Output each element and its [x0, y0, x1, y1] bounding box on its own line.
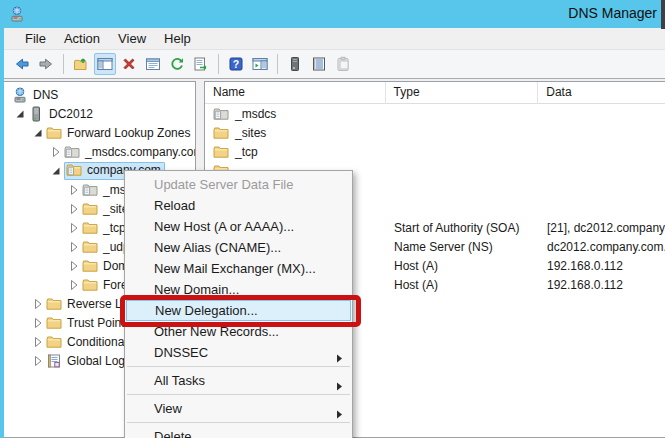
tree-item-label: Global Logs	[67, 354, 131, 368]
record-row[interactable]: _tcp	[205, 142, 665, 161]
properties-button[interactable]	[142, 53, 164, 75]
context-menu-item-new-mail-exchanger-mx[interactable]: New Mail Exchanger (MX)...	[125, 258, 352, 279]
record-data-cell	[539, 161, 665, 180]
global-logs-icon	[46, 353, 62, 369]
folder-icon	[82, 201, 98, 217]
record-type-cell	[386, 199, 539, 218]
record-name: _msdcs	[235, 107, 276, 121]
record-data-cell	[539, 180, 665, 199]
expander-collapsed-icon[interactable]	[66, 277, 82, 293]
record-name-cell: _sites	[205, 123, 386, 142]
context-menu-item-new-alias-cname[interactable]: New Alias (CNAME)...	[125, 237, 352, 258]
paste-button[interactable]	[332, 53, 354, 75]
context-menu-item-view[interactable]: View	[125, 398, 352, 419]
zone-gray-icon	[64, 144, 80, 160]
context-menu-item-update-server-data-file: Update Server Data File	[125, 174, 352, 195]
context-menu-item-all-tasks[interactable]: All Tasks	[125, 370, 352, 391]
forward-icon	[38, 56, 54, 72]
column-header-name[interactable]: Name	[205, 82, 386, 104]
window-left-border	[0, 0, 4, 438]
context-menu-item-label: New Host (A or AAAA)...	[154, 219, 294, 234]
record-name: _sites	[235, 126, 266, 140]
context-menu-item-dnssec[interactable]: DNSSEC	[125, 342, 352, 363]
column-header-data[interactable]: Data	[538, 82, 665, 104]
record-list-button[interactable]	[308, 53, 330, 75]
expander-collapsed-icon[interactable]	[66, 258, 82, 274]
record-type-cell: Host (A)	[386, 256, 539, 275]
expander-expanded-icon[interactable]	[30, 125, 46, 141]
tree-item-forward-lookup-zones[interactable]: Forward Lookup Zones	[4, 123, 195, 142]
back-icon	[14, 56, 30, 72]
expander-expanded-icon[interactable]	[48, 163, 64, 179]
folder-icon	[213, 144, 229, 160]
record-type-cell	[386, 142, 539, 161]
context-menu-item-label: View	[154, 401, 182, 416]
record-row[interactable]: _msdcs	[205, 104, 665, 123]
toolbar-separator	[218, 54, 219, 74]
dns-app-icon	[9, 6, 25, 22]
refresh-button[interactable]	[166, 53, 188, 75]
context-menu-separator	[127, 366, 350, 367]
menu-action[interactable]: Action	[55, 29, 109, 48]
back-button[interactable]	[11, 53, 33, 75]
record-type-cell	[386, 123, 539, 142]
up-one-level-button[interactable]	[70, 53, 92, 75]
record-type-cell	[386, 180, 539, 199]
refresh-icon	[169, 56, 185, 72]
expander-collapsed-icon[interactable]	[66, 182, 82, 198]
context-menu-separator	[127, 422, 350, 423]
export-list-icon	[193, 56, 209, 72]
expander-collapsed-icon[interactable]	[30, 353, 46, 369]
record-type-cell	[386, 104, 539, 123]
svg-text:?: ?	[233, 58, 239, 70]
folder-icon	[213, 125, 229, 141]
context-menu-item-delete[interactable]: Delete	[125, 426, 352, 438]
tree-item-dc2012[interactable]: DC2012	[4, 104, 195, 123]
tree-item-label: _msdcs.company.com	[85, 145, 195, 159]
context-menu-item-new-host-a-or-aaaa[interactable]: New Host (A or AAAA)...	[125, 216, 352, 237]
expander-collapsed-icon[interactable]	[30, 315, 46, 331]
tree-item-label: DNS	[33, 88, 58, 102]
help-button[interactable]: ?	[225, 53, 247, 75]
delete-button[interactable]	[118, 53, 140, 75]
record-data-cell	[539, 142, 665, 161]
context-menu-item-label: Reload	[154, 198, 195, 213]
record-list-icon	[311, 56, 327, 72]
expander-collapsed-icon[interactable]	[66, 239, 82, 255]
menu-file[interactable]: File	[16, 29, 55, 48]
zone-gray-icon	[213, 106, 229, 122]
dns-root-icon	[12, 87, 28, 103]
menu-help[interactable]: Help	[155, 29, 200, 48]
column-header-type[interactable]: Type	[386, 82, 539, 104]
context-menu-item-label: All Tasks	[154, 373, 205, 388]
export-list-button[interactable]	[190, 53, 212, 75]
expander-collapsed-icon[interactable]	[30, 334, 46, 350]
record-type-cell: Host (A)	[386, 275, 539, 294]
forward-button[interactable]	[35, 53, 57, 75]
context-menu-item-reload[interactable]: Reload	[125, 195, 352, 216]
menu-bar: File Action View Help	[4, 28, 665, 50]
action-pane-icon	[252, 56, 268, 72]
menu-view[interactable]: View	[109, 29, 155, 48]
expander-expanded-icon[interactable]	[12, 106, 28, 122]
context-menu-item-label: New Mail Exchanger (MX)...	[154, 261, 316, 276]
expander-collapsed-icon[interactable]	[30, 296, 46, 312]
zone-icon	[66, 162, 82, 178]
expander-collapsed-icon[interactable]	[66, 201, 82, 217]
up-folder-icon	[73, 56, 89, 72]
zone-gray-icon	[82, 182, 98, 198]
record-data-cell: 192.168.0.112	[539, 275, 665, 294]
folder-icon	[82, 220, 98, 236]
show-console-tree-button[interactable]	[94, 53, 116, 75]
server-status-button[interactable]	[284, 53, 306, 75]
tree-item-dns[interactable]: DNS	[4, 85, 195, 104]
record-row[interactable]: _sites	[205, 123, 665, 142]
show-action-pane-button[interactable]	[249, 53, 271, 75]
window-title: DNS Manager	[568, 5, 657, 21]
tree-item--msdcs-company-com[interactable]: _msdcs.company.com	[4, 142, 195, 161]
list-header: Name Type Data	[205, 82, 665, 104]
expander-collapsed-icon[interactable]	[48, 144, 64, 160]
context-menu-separator	[127, 394, 350, 395]
record-data-cell	[539, 104, 665, 123]
expander-collapsed-icon[interactable]	[66, 220, 82, 236]
